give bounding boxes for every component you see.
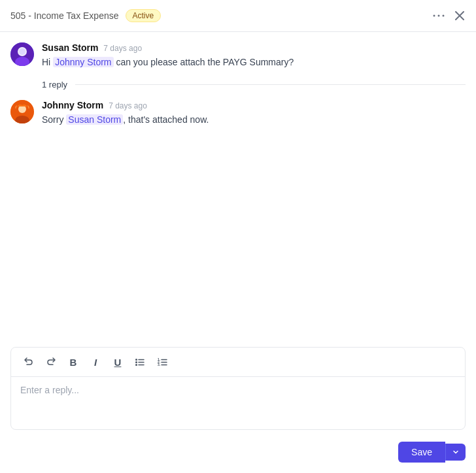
reply-message-time: 7 days ago (109, 101, 147, 110)
divider-line (75, 84, 466, 85)
reply-message: Johnny Storm 7 days ago Sorry Susan Stor… (10, 100, 466, 127)
main-message-time: 7 days ago (103, 44, 142, 53)
svg-text:3.: 3. (158, 363, 161, 367)
svg-point-11 (135, 361, 137, 363)
save-button[interactable]: Save (398, 442, 445, 463)
chevron-down-icon (452, 449, 459, 455)
main-text-after: can you please attach the PAYG Summary? (114, 57, 294, 67)
redo-button[interactable] (41, 353, 61, 371)
header: 505 - Income Tax Expense Active (0, 0, 476, 32)
reply-text-before: Sorry (42, 114, 66, 125)
svg-point-12 (135, 364, 137, 366)
close-button[interactable] (454, 10, 466, 22)
reply-message-body: Johnny Storm 7 days ago Sorry Susan Stor… (42, 100, 466, 127)
ordered-list-button[interactable]: 1. 2. 3. (152, 353, 172, 371)
editor-toolbar: B I U 1. 2. 3. (11, 348, 465, 377)
more-options-button[interactable] (432, 13, 446, 18)
active-badge: Active (126, 9, 162, 22)
reply-editor: B I U 1. 2. 3. (10, 347, 466, 430)
bullet-list-button[interactable] (130, 353, 150, 371)
svg-point-2 (443, 15, 445, 17)
header-title: 505 - Income Tax Expense (10, 10, 119, 21)
underline-button[interactable]: U (108, 353, 128, 371)
svg-point-0 (434, 15, 435, 17)
svg-point-1 (438, 15, 440, 17)
reply-message-text: Sorry Susan Storm, that's attached now. (42, 113, 466, 127)
main-message-text: Hi Johnny Storm can you please attach th… (42, 56, 466, 69)
replies-divider: 1 reply (10, 80, 466, 90)
bold-button[interactable]: B (63, 353, 83, 371)
reply-input[interactable]: Enter a reply... (11, 377, 465, 429)
underline-icon: U (114, 357, 122, 368)
avatar-susan (10, 42, 34, 66)
avatar-johnny (10, 100, 34, 123)
svg-point-6 (19, 48, 26, 55)
main-message: Susan Storm 7 days ago Hi Johnny Storm c… (10, 42, 466, 69)
main-message-author: Susan Storm (42, 42, 98, 53)
save-dropdown-button[interactable] (445, 444, 466, 461)
footer: Save (0, 435, 476, 473)
svg-point-10 (135, 359, 137, 361)
italic-button[interactable]: I (86, 353, 105, 371)
content-area: Susan Storm 7 days ago Hi Johnny Storm c… (0, 32, 476, 342)
reply-message-header: Johnny Storm 7 days ago (42, 100, 466, 110)
main-message-header: Susan Storm 7 days ago (42, 42, 466, 53)
replies-count: 1 reply (42, 80, 67, 90)
italic-icon: I (94, 357, 97, 368)
main-message-body: Susan Storm 7 days ago Hi Johnny Storm c… (42, 42, 466, 69)
reply-mention-susan: Susan Storm (66, 114, 123, 125)
header-actions (432, 10, 466, 22)
undo-button[interactable] (19, 353, 39, 371)
reply-text-after: , that's attached now. (123, 114, 209, 125)
reply-placeholder: Enter a reply... (20, 385, 79, 395)
main-text-before: Hi (42, 57, 53, 67)
main-mention-johnny: Johnny Storm (53, 57, 113, 67)
reply-message-author: Johnny Storm (42, 100, 103, 110)
bold-icon: B (70, 357, 77, 368)
